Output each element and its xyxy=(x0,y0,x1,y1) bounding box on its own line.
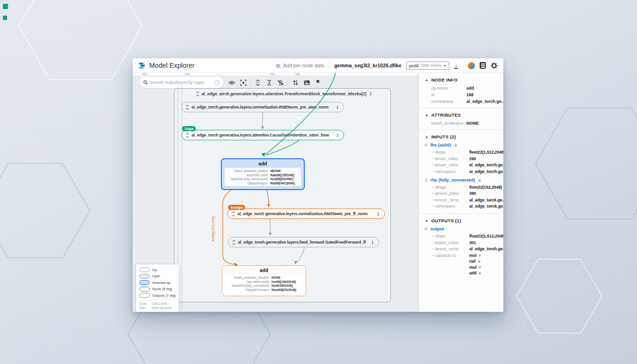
info-value: al_edge_torch.ge...↗ xyxy=(466,99,503,104)
locate-icon[interactable]: ◈ xyxy=(478,253,481,257)
document-icon[interactable] xyxy=(480,62,486,69)
info-value: fleet22(1,512,2048) xyxy=(469,150,503,155)
node-rmsnorm-pre-atten[interactable]: si_edge_torch.generative.layera.normeliz… xyxy=(182,102,344,112)
layer-title[interactable]: al_edge_sirch.generative leyers.attentio… xyxy=(180,91,389,96)
input-index: 1 xyxy=(425,178,427,182)
info-value: fluat22(1,512,2048) xyxy=(469,234,503,238)
output-name-link[interactable]: output xyxy=(430,227,444,231)
profile-dropdown[interactable]: prolil 1899 moles ▼ xyxy=(406,62,449,70)
info-value: fiom22(152,2048) xyxy=(469,185,503,190)
bookmark-flag-icon[interactable] xyxy=(313,77,323,88)
unfold-icon[interactable] xyxy=(232,211,235,217)
edge-tensor-label: feet06[1,512,2048] xyxy=(211,217,215,241)
node-gated-feed-forward[interactable]: al_sdge_toreh.gerrerative layers.feed_fo… xyxy=(228,237,379,247)
decor-square xyxy=(3,16,7,20)
kebab-menu-icon[interactable]: ⋮ xyxy=(368,91,373,96)
locate-icon[interactable]: ◈ xyxy=(478,271,481,275)
add-per-node-data-label: Add per-node data xyxy=(283,63,324,68)
layer-title-label: al_edge_sirch.generative leyers.attentio… xyxy=(201,91,366,96)
divider xyxy=(250,79,251,86)
node-add-bottom[interactable]: add fsuad_poskedon_lanction:NONE hep ots… xyxy=(222,265,306,296)
node-causal-self-attention[interactable]: ai_edge_torch generativa.isyers.attemlon… xyxy=(182,130,344,140)
info-label: camespace xyxy=(432,204,467,209)
info-value: NONE xyxy=(466,121,498,126)
info-value: 390 xyxy=(469,191,503,196)
add-per-node-data-button[interactable]: ⊕ Add per-node data xyxy=(275,63,324,69)
settings-gear-icon[interactable] xyxy=(491,62,498,69)
profile-dropdown-value: 1899 moles xyxy=(420,63,441,68)
inputs-badge: 1oqpa xyxy=(182,126,196,131)
kebab-menu-icon[interactable]: ⋮ xyxy=(376,211,381,217)
locate-icon[interactable]: ◈ xyxy=(478,265,481,269)
unfold-icon[interactable] xyxy=(186,133,189,138)
input-name-link[interactable]: rhe (fully_connected) xyxy=(430,178,475,182)
section-title: ATTRIBUTES xyxy=(431,112,461,118)
connects-to-item: mul◈ xyxy=(469,265,481,270)
unfold-icon[interactable] xyxy=(232,240,236,245)
tab-stub xyxy=(295,73,300,75)
download-icon[interactable]: ↓ xyxy=(454,62,458,69)
kebab-menu-icon[interactable]: ⋮ xyxy=(335,133,340,138)
info-label: id xyxy=(431,92,464,97)
plus-circle-icon: ⊕ xyxy=(275,63,281,69)
node-info-panel: ▲ NODE INFO op neme id add id 168 nemesp… xyxy=(419,73,503,312)
search-icon xyxy=(143,80,148,85)
graph-toolbar xyxy=(227,77,323,88)
locate-icon[interactable]: ◈ xyxy=(477,259,480,264)
op-node-title: add xyxy=(222,266,306,274)
section-header[interactable]: ▲ OUTPUTS (1) xyxy=(425,218,498,223)
section-header[interactable]: ▲ ATTRIBUTES xyxy=(425,112,498,118)
connects-to-list: mol◈ rad◈ mul◈ add◈ xyxy=(469,253,503,276)
chevron-up-icon: ▲ xyxy=(425,113,428,117)
info-label: op neme xyxy=(431,86,464,91)
info-value: al_edge_torsh.ge...↗ xyxy=(469,246,503,251)
section-header[interactable]: ▲ INPUTS (2) xyxy=(425,134,498,139)
app-title: Model Explorer xyxy=(149,62,195,69)
trace-io-icon[interactable] xyxy=(290,77,300,88)
fit-to-screen-icon[interactable] xyxy=(238,77,248,88)
colored-globe-icon[interactable] xyxy=(468,62,475,69)
outputs-badge: 2cuaqpa xyxy=(228,205,245,210)
unfold-icon[interactable] xyxy=(186,105,189,110)
input-name-link[interactable]: lhs (asb0) xyxy=(430,143,451,147)
attr-label: hep otsifhs lacify: xyxy=(228,280,270,283)
visibility-icon[interactable] xyxy=(227,77,237,88)
input-index: 0 xyxy=(425,143,427,147)
profile-dropdown-label: prolil xyxy=(409,63,419,68)
canvas-top-strip xyxy=(133,73,419,75)
kebab-menu-icon[interactable]: ⋮ xyxy=(335,105,340,110)
node-add-selected[interactable]: add fosed_aotisetion_fisction:NESNE leav… xyxy=(221,158,305,190)
expand-all-icon[interactable] xyxy=(253,77,263,88)
legend-layer-swatch xyxy=(139,274,150,279)
locate-icon[interactable]: ◈ xyxy=(478,178,481,182)
section-header[interactable]: ▲ NODE INFO xyxy=(425,77,498,82)
snapshot-icon[interactable] xyxy=(301,77,312,88)
node-label: al_sdge_toreh.gerrerative layers.feed_fo… xyxy=(238,240,366,245)
section-title: NODE INFO xyxy=(431,77,457,82)
attr-value: Rad66[40C(8s66] xyxy=(270,182,299,185)
collapse-layer-icon[interactable] xyxy=(196,91,200,96)
tab-stub xyxy=(185,73,190,75)
collapse-all-icon[interactable] xyxy=(264,77,274,88)
help-icon[interactable]: ? xyxy=(215,80,220,85)
info-value: add xyxy=(466,86,503,91)
info-label: cliape xyxy=(432,234,467,238)
legend-label: Op xyxy=(152,268,157,272)
locate-icon[interactable]: ◈ xyxy=(454,143,457,147)
node-rmsnorm-pre-ff[interactable]: al_edge_torch generative.leyers.rormeliz… xyxy=(228,209,385,219)
kebab-menu-icon[interactable]: ⋮ xyxy=(370,240,375,245)
legend-outputs-swatch xyxy=(139,293,150,298)
legend-label: Liper xyxy=(152,274,160,278)
shortcut-key: Den xyxy=(139,306,152,309)
divider xyxy=(288,79,288,86)
info-value: 290 xyxy=(469,156,503,161)
decor-square xyxy=(3,4,8,9)
flatten-layers-icon[interactable] xyxy=(275,77,286,88)
input-0-header: 0 lhs (asb0) ◈ xyxy=(425,143,498,147)
model-explorer-logo xyxy=(138,62,146,69)
connects-to-item: mol◈ xyxy=(469,253,481,258)
legend-selected-swatch xyxy=(139,280,150,285)
graph-canvas[interactable]: ? xyxy=(133,73,419,312)
info-label: tenacr_index xyxy=(432,156,467,161)
nested-layer-edge xyxy=(182,84,182,310)
